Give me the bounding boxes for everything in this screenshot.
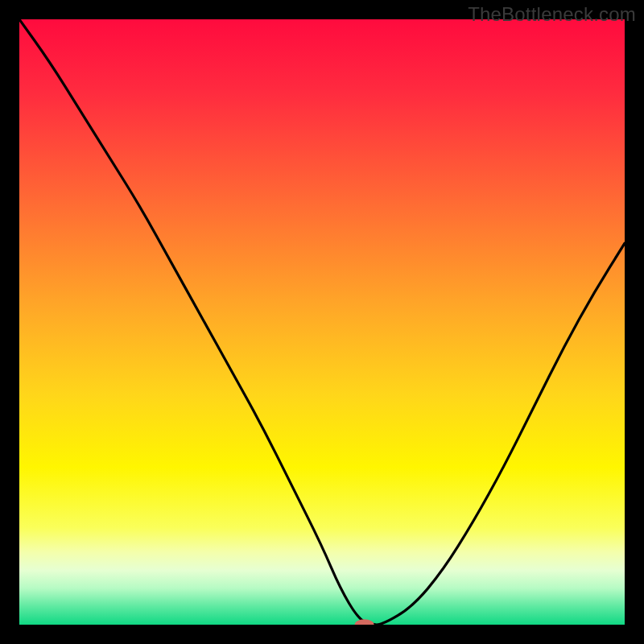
chart-frame: TheBottleneck.com bbox=[0, 0, 644, 644]
watermark-text: TheBottleneck.com bbox=[468, 3, 636, 26]
chart-plot-area bbox=[19, 19, 625, 625]
chart-background bbox=[19, 19, 625, 625]
chart-svg bbox=[19, 19, 625, 625]
